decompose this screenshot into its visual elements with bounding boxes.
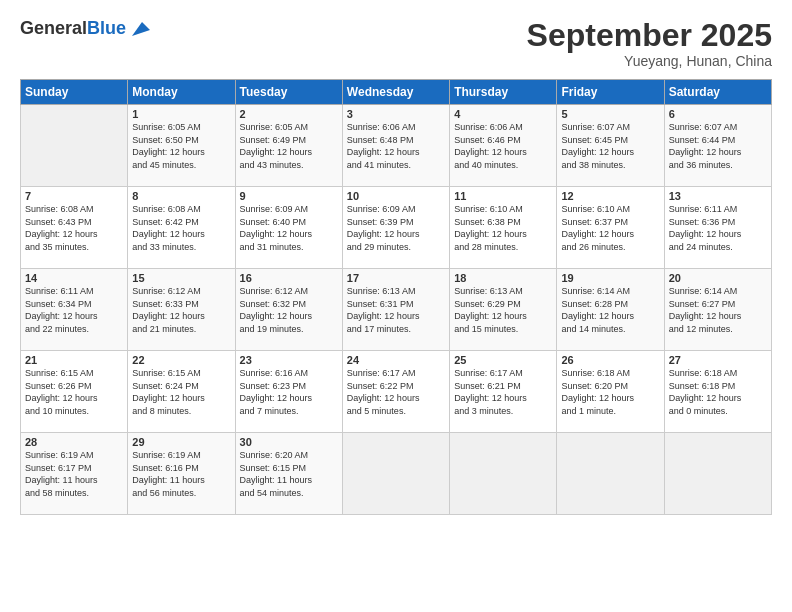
calendar-cell [21,105,128,187]
calendar-table: SundayMondayTuesdayWednesdayThursdayFrid… [20,79,772,515]
col-header-sunday: Sunday [21,80,128,105]
calendar-cell: 28Sunrise: 6:19 AM Sunset: 6:17 PM Dayli… [21,433,128,515]
calendar-cell: 21Sunrise: 6:15 AM Sunset: 6:26 PM Dayli… [21,351,128,433]
calendar-cell [664,433,771,515]
month-title: September 2025 [527,18,772,53]
calendar-cell [557,433,664,515]
day-info: Sunrise: 6:15 AM Sunset: 6:24 PM Dayligh… [132,367,230,417]
day-number: 13 [669,190,767,202]
day-number: 20 [669,272,767,284]
day-info: Sunrise: 6:10 AM Sunset: 6:38 PM Dayligh… [454,203,552,253]
day-number: 7 [25,190,123,202]
day-info: Sunrise: 6:11 AM Sunset: 6:34 PM Dayligh… [25,285,123,335]
calendar-cell: 20Sunrise: 6:14 AM Sunset: 6:27 PM Dayli… [664,269,771,351]
week-row-3: 14Sunrise: 6:11 AM Sunset: 6:34 PM Dayli… [21,269,772,351]
day-number: 26 [561,354,659,366]
calendar-cell [342,433,449,515]
day-info: Sunrise: 6:12 AM Sunset: 6:32 PM Dayligh… [240,285,338,335]
day-number: 28 [25,436,123,448]
calendar-cell: 6Sunrise: 6:07 AM Sunset: 6:44 PM Daylig… [664,105,771,187]
day-number: 21 [25,354,123,366]
day-number: 16 [240,272,338,284]
day-number: 22 [132,354,230,366]
day-info: Sunrise: 6:06 AM Sunset: 6:46 PM Dayligh… [454,121,552,171]
calendar-cell: 19Sunrise: 6:14 AM Sunset: 6:28 PM Dayli… [557,269,664,351]
logo-general-text: General [20,18,87,38]
day-info: Sunrise: 6:20 AM Sunset: 6:15 PM Dayligh… [240,449,338,499]
day-number: 9 [240,190,338,202]
day-info: Sunrise: 6:17 AM Sunset: 6:22 PM Dayligh… [347,367,445,417]
day-info: Sunrise: 6:17 AM Sunset: 6:21 PM Dayligh… [454,367,552,417]
day-number: 11 [454,190,552,202]
day-number: 17 [347,272,445,284]
calendar-cell: 27Sunrise: 6:18 AM Sunset: 6:18 PM Dayli… [664,351,771,433]
day-number: 3 [347,108,445,120]
col-header-tuesday: Tuesday [235,80,342,105]
calendar-cell: 23Sunrise: 6:16 AM Sunset: 6:23 PM Dayli… [235,351,342,433]
calendar-cell: 29Sunrise: 6:19 AM Sunset: 6:16 PM Dayli… [128,433,235,515]
calendar-cell: 11Sunrise: 6:10 AM Sunset: 6:38 PM Dayli… [450,187,557,269]
day-number: 27 [669,354,767,366]
calendar-cell: 4Sunrise: 6:06 AM Sunset: 6:46 PM Daylig… [450,105,557,187]
day-info: Sunrise: 6:12 AM Sunset: 6:33 PM Dayligh… [132,285,230,335]
calendar-cell [450,433,557,515]
header-row: SundayMondayTuesdayWednesdayThursdayFrid… [21,80,772,105]
day-info: Sunrise: 6:16 AM Sunset: 6:23 PM Dayligh… [240,367,338,417]
day-number: 8 [132,190,230,202]
calendar-cell: 16Sunrise: 6:12 AM Sunset: 6:32 PM Dayli… [235,269,342,351]
day-number: 29 [132,436,230,448]
day-info: Sunrise: 6:19 AM Sunset: 6:16 PM Dayligh… [132,449,230,499]
title-block: September 2025 Yueyang, Hunan, China [527,18,772,69]
day-info: Sunrise: 6:13 AM Sunset: 6:31 PM Dayligh… [347,285,445,335]
calendar-cell: 22Sunrise: 6:15 AM Sunset: 6:24 PM Dayli… [128,351,235,433]
day-number: 30 [240,436,338,448]
calendar-cell: 25Sunrise: 6:17 AM Sunset: 6:21 PM Dayli… [450,351,557,433]
calendar-cell: 10Sunrise: 6:09 AM Sunset: 6:39 PM Dayli… [342,187,449,269]
calendar-cell: 15Sunrise: 6:12 AM Sunset: 6:33 PM Dayli… [128,269,235,351]
day-info: Sunrise: 6:05 AM Sunset: 6:49 PM Dayligh… [240,121,338,171]
col-header-thursday: Thursday [450,80,557,105]
week-row-2: 7Sunrise: 6:08 AM Sunset: 6:43 PM Daylig… [21,187,772,269]
day-info: Sunrise: 6:19 AM Sunset: 6:17 PM Dayligh… [25,449,123,499]
day-number: 5 [561,108,659,120]
day-info: Sunrise: 6:06 AM Sunset: 6:48 PM Dayligh… [347,121,445,171]
logo-icon [128,18,150,40]
calendar-cell: 2Sunrise: 6:05 AM Sunset: 6:49 PM Daylig… [235,105,342,187]
calendar-cell: 8Sunrise: 6:08 AM Sunset: 6:42 PM Daylig… [128,187,235,269]
calendar-cell: 7Sunrise: 6:08 AM Sunset: 6:43 PM Daylig… [21,187,128,269]
logo: GeneralBlue [20,18,150,40]
calendar-cell: 17Sunrise: 6:13 AM Sunset: 6:31 PM Dayli… [342,269,449,351]
day-info: Sunrise: 6:07 AM Sunset: 6:44 PM Dayligh… [669,121,767,171]
day-number: 14 [25,272,123,284]
calendar-cell: 1Sunrise: 6:05 AM Sunset: 6:50 PM Daylig… [128,105,235,187]
col-header-wednesday: Wednesday [342,80,449,105]
week-row-1: 1Sunrise: 6:05 AM Sunset: 6:50 PM Daylig… [21,105,772,187]
header: GeneralBlue September 2025 Yueyang, Huna… [20,18,772,69]
svg-marker-0 [132,22,150,36]
calendar-cell: 24Sunrise: 6:17 AM Sunset: 6:22 PM Dayli… [342,351,449,433]
calendar-cell: 3Sunrise: 6:06 AM Sunset: 6:48 PM Daylig… [342,105,449,187]
day-info: Sunrise: 6:09 AM Sunset: 6:39 PM Dayligh… [347,203,445,253]
calendar-cell: 12Sunrise: 6:10 AM Sunset: 6:37 PM Dayli… [557,187,664,269]
col-header-friday: Friday [557,80,664,105]
calendar-cell: 14Sunrise: 6:11 AM Sunset: 6:34 PM Dayli… [21,269,128,351]
day-number: 25 [454,354,552,366]
week-row-5: 28Sunrise: 6:19 AM Sunset: 6:17 PM Dayli… [21,433,772,515]
day-info: Sunrise: 6:08 AM Sunset: 6:42 PM Dayligh… [132,203,230,253]
week-row-4: 21Sunrise: 6:15 AM Sunset: 6:26 PM Dayli… [21,351,772,433]
calendar-cell: 5Sunrise: 6:07 AM Sunset: 6:45 PM Daylig… [557,105,664,187]
day-number: 19 [561,272,659,284]
day-info: Sunrise: 6:10 AM Sunset: 6:37 PM Dayligh… [561,203,659,253]
calendar-cell: 13Sunrise: 6:11 AM Sunset: 6:36 PM Dayli… [664,187,771,269]
day-number: 10 [347,190,445,202]
day-number: 1 [132,108,230,120]
day-number: 18 [454,272,552,284]
col-header-monday: Monday [128,80,235,105]
day-info: Sunrise: 6:08 AM Sunset: 6:43 PM Dayligh… [25,203,123,253]
page: GeneralBlue September 2025 Yueyang, Huna… [0,0,792,612]
day-info: Sunrise: 6:18 AM Sunset: 6:20 PM Dayligh… [561,367,659,417]
day-info: Sunrise: 6:09 AM Sunset: 6:40 PM Dayligh… [240,203,338,253]
calendar-cell: 30Sunrise: 6:20 AM Sunset: 6:15 PM Dayli… [235,433,342,515]
day-info: Sunrise: 6:15 AM Sunset: 6:26 PM Dayligh… [25,367,123,417]
day-info: Sunrise: 6:13 AM Sunset: 6:29 PM Dayligh… [454,285,552,335]
